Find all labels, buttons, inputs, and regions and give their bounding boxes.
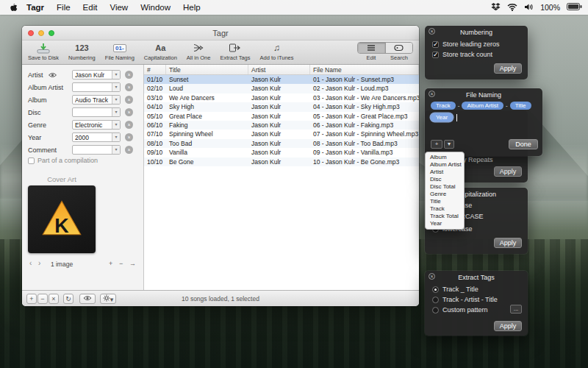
table-row[interactable]: 09/10 Vanilla Jason Kulr 09 - Jason Kulr… [144,148,419,157]
store-leading-zeros-option[interactable]: ✓ Store leading zeros [432,40,500,48]
track-title-pattern-option[interactable]: Track _ Title [432,286,478,293]
cell-number: 06/10 [144,121,166,130]
toolbar-all-in-one[interactable]: All in One [187,42,211,61]
add-token-button[interactable]: + [431,140,442,149]
table-row[interactable]: 06/10 Faking Jason Kulr 06 - Jason Kulr … [144,121,419,130]
menu-edit[interactable]: Edit [83,3,98,12]
table-row[interactable]: 02/10 Loud Jason Kulr 02 - Jason Kulr - … [144,84,419,93]
menu-item-disc-total[interactable]: Disc Total [426,183,464,191]
toolbar-add-to-itunes[interactable]: ♫ Add to iTunes [260,42,294,61]
window-titlebar[interactable]: Tagr [22,26,419,40]
clear-field-button[interactable]: × [125,83,133,91]
field-row-artist: Artist ▾ × [22,69,143,80]
apple-menu-icon[interactable] [9,3,18,13]
segment-search[interactable] [385,43,413,53]
menu-item-album[interactable]: Album [426,154,464,161]
radio[interactable] [432,286,439,293]
table-row[interactable]: 07/10 Spinning Wheel Jason Kulr 07 - Jas… [144,130,419,138]
table-row[interactable]: 04/10 Sky High Jason Kulr 04 - Jason Kul… [144,102,419,111]
menu-item-track-total[interactable]: Track Total [426,213,464,220]
compilation-checkbox[interactable] [28,158,35,164]
column-header-artist[interactable]: Artist [248,65,310,74]
menu-item-genre[interactable]: Genre [426,191,464,198]
field-row-year: Year ▾ × [22,132,143,143]
apply-button[interactable]: Apply [494,238,522,248]
chevron-down-icon[interactable]: ▾ [112,83,120,91]
toolbar-numbering[interactable]: 123 Numbering [68,42,96,61]
apply-button[interactable]: Apply [494,166,522,177]
menu-item-title[interactable]: Title [426,198,464,205]
cell-title: Spinning Wheel [166,130,248,138]
clear-field-button[interactable]: × [125,108,133,116]
menu-help[interactable]: Help [183,3,201,12]
segment-edit-label: Edit [357,54,385,61]
chevron-down-icon[interactable]: ▾ [112,133,120,141]
eye-icon[interactable] [49,72,57,79]
column-header-title[interactable]: Title [166,65,248,74]
ellipsis-button[interactable]: ... [510,305,522,314]
radio[interactable] [432,297,439,303]
radio[interactable] [432,307,439,314]
clear-field-button[interactable]: × [125,71,133,79]
checkbox[interactable]: ✓ [432,41,439,48]
menu-app-name[interactable]: Tagr [26,3,44,12]
token-album-artist[interactable]: Album Artist [462,102,503,110]
clear-field-button[interactable]: × [125,96,133,104]
clear-field-button[interactable]: × [125,121,133,129]
toolbar-file-naming[interactable]: 01- File Naming [105,42,135,61]
table-row[interactable]: 05/10 Great Place Jason Kulr 05 - Jason … [144,112,419,121]
apply-button[interactable]: Apply [494,63,522,74]
cover-art-image[interactable]: K [28,185,96,253]
token-track[interactable]: Track [431,102,456,110]
chevron-down-icon[interactable]: ▾ [112,71,120,79]
table-row[interactable]: 03/10 We Are Dancers Jason Kulr 03 - Jas… [144,93,419,102]
done-button[interactable]: Done [509,139,538,149]
token-field-line1[interactable]: Track - Album Artist - Title [431,102,531,110]
volume-icon[interactable] [524,3,534,13]
battery-icon[interactable] [567,3,582,12]
toolbar-save-to-disk[interactable]: Save to Disk [28,42,59,61]
segment-edit[interactable] [358,43,385,53]
table-row[interactable]: 08/10 Too Bad Jason Kulr 08 - Jason Kulr… [144,139,419,148]
apply-button[interactable]: Apply [494,321,522,331]
custom-pattern-option[interactable]: Custom pattern [432,306,488,314]
table-row[interactable]: 01/10 Sunset Jason Kulr 01 - Jason Kulr … [144,75,419,84]
token-menu-button[interactable]: ▾ [444,140,454,149]
export-image-button[interactable]: → [129,260,136,267]
menu-item-disc[interactable]: Disc [426,176,464,183]
menu-item-year[interactable]: Year [426,220,464,227]
toolbar-extract-tags[interactable]: Extract Tags [220,42,250,61]
chevron-down-icon[interactable]: ▾ [112,121,120,129]
column-header-number[interactable]: # [144,65,166,74]
toolbar-capitalization[interactable]: Aa Capitalization [144,42,177,61]
chevron-down-icon[interactable]: ▾ [112,146,120,154]
checkbox[interactable]: ✓ [432,52,439,58]
chevron-down-icon[interactable]: ▾ [112,108,120,116]
cell-artist: Jason Kulr [248,130,310,138]
menu-item-track[interactable]: Track [426,205,464,213]
cell-number: 05/10 [144,112,166,121]
menu-view[interactable]: View [110,3,128,12]
column-header-filename[interactable]: File Name [310,65,419,74]
menu-window[interactable]: Window [140,3,171,12]
track-artist-title-pattern-option[interactable]: Track - Artist - Title [432,296,498,303]
cell-filename: 07 - Jason Kulr - Spinning Wheel.mp3 [310,130,419,138]
compilation-option[interactable]: Part of a compilation [28,157,98,164]
wifi-icon[interactable] [507,3,517,13]
menu-item-artist[interactable]: Artist [426,169,464,176]
remove-image-button[interactable]: − [119,260,123,267]
clear-field-button[interactable]: × [125,146,133,154]
chevron-down-icon[interactable]: ▾ [112,96,120,104]
table-row[interactable]: 10/10 Be Gone Jason Kulr 10 - Jason Kulr… [144,158,419,166]
add-image-button[interactable]: + [109,260,112,267]
menu-item-album-artist[interactable]: Album Artist [426,161,464,169]
status-text: 10 songs loaded, 1 selected [22,295,419,302]
token-year[interactable]: Year [431,113,453,121]
token-field-line2[interactable]: Year [431,113,457,121]
clear-field-button[interactable]: × [125,133,133,141]
store-track-count-option[interactable]: ✓ Store track count [432,51,492,58]
cell-filename: 09 - Jason Kulr - Vanilla.mp3 [310,148,419,157]
dropbox-icon[interactable] [491,2,501,13]
token-title[interactable]: Title [510,102,531,110]
menu-file[interactable]: File [57,3,71,12]
